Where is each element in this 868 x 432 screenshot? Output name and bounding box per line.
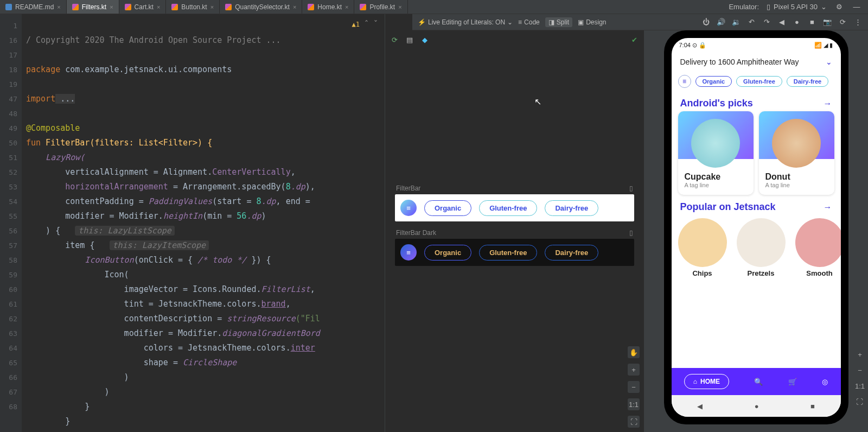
- power-icon[interactable]: ⏻: [701, 17, 711, 27]
- bolt-icon: ⚡: [418, 18, 426, 26]
- more-icon[interactable]: ⋮: [853, 17, 863, 27]
- rotate-right-icon[interactable]: ↷: [762, 17, 771, 27]
- build-ok-icon: ✔: [631, 36, 637, 44]
- filter-chip[interactable]: Gluten-free: [479, 245, 537, 261]
- snack-item[interactable]: Chips: [678, 218, 727, 277]
- device-screen[interactable]: 7:04 ⊙ 🔒 📶 ◢ ▮ Delivery to 1600 Amphithe…: [672, 38, 841, 417]
- tab-readme[interactable]: README.md ×: [0, 0, 67, 14]
- image-icon: ▣: [578, 18, 584, 26]
- minimize-icon[interactable]: —: [852, 2, 861, 12]
- card-title: Donut: [765, 172, 828, 182]
- filter-chip[interactable]: Organic: [695, 76, 732, 87]
- overview-icon[interactable]: ■: [810, 402, 815, 410]
- screenshot-icon[interactable]: 📷: [822, 17, 832, 27]
- pan-icon[interactable]: ✋: [628, 346, 640, 358]
- tab-button[interactable]: Button.kt ×: [166, 0, 220, 14]
- close-icon[interactable]: ×: [345, 4, 348, 10]
- zoom-reset[interactable]: 1:1: [628, 398, 640, 410]
- view-code[interactable]: ≡ Code: [515, 17, 543, 27]
- layers-icon[interactable]: ◆: [420, 35, 430, 45]
- back-icon[interactable]: ◀: [697, 402, 703, 410]
- delivery-row[interactable]: Delivery to 1600 Amphitheater Way ⌄: [672, 52, 841, 72]
- close-icon[interactable]: ×: [398, 4, 401, 10]
- device-selector[interactable]: ▯ Pixel 5 API 30 ⌄: [767, 3, 827, 11]
- filter-chip[interactable]: Gluten-free: [479, 200, 537, 216]
- snack-item[interactable]: Smooth: [795, 218, 841, 277]
- home-icon[interactable]: ●: [755, 402, 759, 410]
- close-icon[interactable]: ×: [210, 4, 214, 10]
- tab-label: Cart.kt: [135, 3, 154, 11]
- interactive-icon[interactable]: ▤: [405, 35, 414, 45]
- close-icon[interactable]: ×: [57, 4, 60, 10]
- product-card[interactable]: CupcakeA tag line: [678, 111, 754, 195]
- phone-outline-icon[interactable]: ▯: [629, 185, 633, 192]
- preview-filterbar-light: ≡ Organic Gluten-free Dairy-free: [395, 194, 634, 221]
- tab-home[interactable]: Home.kt ×: [302, 0, 354, 14]
- zoom-reset[interactable]: 1:1: [855, 382, 865, 390]
- volume-up-icon[interactable]: 🔊: [716, 17, 726, 27]
- search-icon[interactable]: 🔍: [754, 378, 763, 386]
- chevron-down-icon: ⌄: [826, 58, 832, 66]
- editor-tabbar: README.md × Filters.kt × Cart.kt × Butto…: [0, 0, 868, 14]
- arrow-right-icon[interactable]: →: [824, 99, 832, 109]
- overview-icon[interactable]: ■: [807, 17, 817, 27]
- split-label: Split: [557, 18, 569, 26]
- filter-chip[interactable]: Gluten-free: [736, 76, 782, 87]
- nav-home[interactable]: ⌂ HOME: [684, 374, 729, 389]
- refresh-icon[interactable]: ⟳: [390, 35, 399, 45]
- phone-outline-icon[interactable]: ▯: [629, 229, 633, 237]
- snack-item[interactable]: Pretzels: [737, 218, 786, 277]
- tab-cart[interactable]: Cart.kt ×: [119, 0, 167, 14]
- product-card[interactable]: DonutA tag line: [759, 111, 834, 195]
- preview-title-light: FilterBar: [396, 185, 420, 192]
- design-surface[interactable]: ⟳ ▤ ◆ ✔ FilterBar ▯ ≡ Organic Gluten-fre…: [385, 14, 644, 432]
- filter-icon[interactable]: ≡: [400, 200, 417, 216]
- emulator-panel: 7:04 ⊙ 🔒 📶 ◢ ▮ Delivery to 1600 Amphithe…: [644, 14, 868, 432]
- rotate-left-icon[interactable]: ↶: [746, 17, 756, 27]
- code-area[interactable]: / Copyright 2020 The Android Open Source…: [22, 14, 385, 432]
- zoom-out-icon[interactable]: −: [858, 366, 862, 374]
- filter-chip[interactable]: Organic: [424, 245, 471, 261]
- filter-icon[interactable]: ≡: [678, 75, 691, 88]
- view-design[interactable]: ▣ Design: [575, 17, 609, 27]
- fit-icon[interactable]: ⛶: [628, 416, 640, 428]
- card-title: Cupcake: [685, 172, 747, 182]
- cart-icon[interactable]: 🛒: [788, 378, 797, 386]
- reload-icon[interactable]: ⟳: [838, 17, 847, 27]
- kotlin-icon: [72, 4, 79, 10]
- view-split[interactable]: ◨ Split: [545, 17, 572, 27]
- back-icon[interactable]: ◀: [777, 17, 787, 27]
- zoom-in-icon[interactable]: +: [858, 351, 862, 359]
- live-editing-toggle[interactable]: ⚡ Live Editing of Literals: ON ⌄: [418, 18, 513, 26]
- editor-inspection-badge[interactable]: ▲1 ˆˇ: [352, 17, 378, 32]
- tab-label: Home.kt: [317, 3, 342, 11]
- profile-icon[interactable]: ◎: [822, 378, 828, 386]
- close-icon[interactable]: ×: [293, 4, 296, 10]
- home-icon[interactable]: ●: [792, 17, 802, 27]
- filter-chip[interactable]: Dairy-free: [787, 76, 828, 87]
- arrow-right-icon[interactable]: →: [824, 202, 832, 212]
- tab-filters[interactable]: Filters.kt ×: [67, 0, 119, 14]
- close-icon[interactable]: ×: [110, 4, 113, 10]
- system-nav: ◀ ● ■: [672, 395, 841, 417]
- filter-chip[interactable]: Dairy-free: [545, 245, 598, 261]
- fit-icon[interactable]: ⛶: [856, 398, 863, 406]
- tab-label: QuantitySelector.kt: [235, 3, 290, 11]
- line-gutter: 1161718194748495051525354555657585960616…: [0, 14, 22, 432]
- card-subtitle: A tag line: [765, 182, 828, 188]
- design-label: Design: [586, 18, 606, 26]
- zoom-out-icon[interactable]: −: [628, 381, 640, 393]
- tab-profile[interactable]: Profile.kt ×: [354, 0, 407, 14]
- code-editor[interactable]: 1161718194748495051525354555657585960616…: [0, 14, 385, 432]
- preview-title-dark: FilterBar Dark: [396, 229, 436, 237]
- phone-icon: ▯: [767, 3, 770, 11]
- close-icon[interactable]: ×: [157, 4, 160, 10]
- tab-quantityselector[interactable]: QuantitySelector.kt ×: [220, 0, 302, 14]
- zoom-in-icon[interactable]: +: [628, 364, 640, 376]
- filter-icon[interactable]: ≡: [400, 244, 417, 261]
- filter-chip[interactable]: Organic: [424, 200, 471, 216]
- volume-down-icon[interactable]: 🔉: [731, 17, 741, 27]
- kotlin-icon: [225, 4, 232, 10]
- filter-chip[interactable]: Dairy-free: [545, 200, 598, 216]
- gear-icon[interactable]: ⚙: [834, 2, 844, 12]
